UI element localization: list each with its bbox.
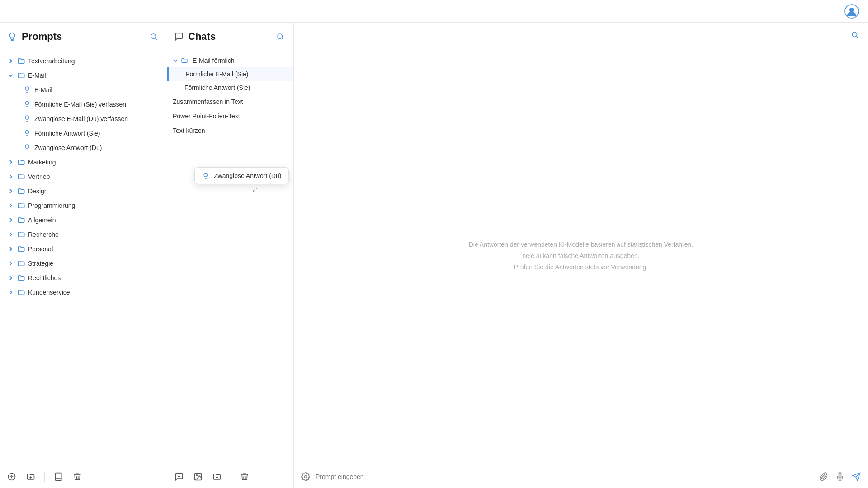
tree-item-label: Allgemein [28,216,56,224]
toolbar-separator [231,472,231,482]
tree-item-recherche[interactable]: Recherche [0,227,167,242]
delete-button-middle[interactable] [238,470,251,483]
middle-panel-title-area: Chats [175,31,216,42]
left-panel-title-area: Prompts [7,31,62,42]
tree-item-textverarbeitung[interactable]: Textverarbeitung [0,54,167,68]
tree-item-rechtliches[interactable]: Rechtliches [0,271,167,285]
main-layout: Prompts Textverarbeitung [0,23,868,488]
chevron-right-icon [7,188,14,195]
tree-item-label: Strategie [28,260,53,267]
tree-item-label: Zwanglose E-Mail (Du) verfassen [34,115,128,122]
svg-point-6 [196,474,198,476]
chevron-right-icon [7,57,14,65]
tree-item-foermliche-email[interactable]: Förmliche E-Mail (Sie) verfassen [0,97,167,112]
folder-icon [17,71,25,80]
image-button[interactable] [192,470,204,483]
chat-item-powerpoint[interactable]: Power Point-Folien-Text [167,109,293,123]
tree-item-email-prompt[interactable]: E-Mail [0,83,167,97]
tree-item-vertrieb[interactable]: Vertrieb [0,169,167,184]
bulb-icon [24,86,32,94]
folder-icon [17,216,25,224]
left-tree: Textverarbeitung E-Mail E-Mail [0,50,167,465]
new-chat-button[interactable] [173,470,185,483]
disclaimer-line3: Prüfen Sie die Antworten stets vor Verwe… [469,262,693,273]
svg-point-7 [852,32,857,37]
middle-panel-title: Chats [188,31,216,42]
chevron-right-icon [7,289,14,296]
folder-icon [17,230,25,239]
middle-panel: Chats E-Mail förmlich Förmli [167,23,294,488]
bulb-icon [24,144,32,152]
tree-item-kundenservice[interactable]: Kundenservice [0,285,167,300]
import-button[interactable] [52,470,65,483]
tree-item-allgemein[interactable]: Allgemein [0,213,167,227]
left-panel: Prompts Textverarbeitung [0,23,167,488]
tree-item-strategie[interactable]: Strategie [0,256,167,271]
attachment-button[interactable] [817,470,830,483]
svg-point-1 [849,8,854,12]
tree-item-foermliche-antwort[interactable]: Förmliche Antwort (Sie) [0,126,167,141]
middle-search-button[interactable] [274,31,286,42]
chat-item-label: Förmliche E-Mail (Sie) [186,70,248,78]
folder-icon [17,288,25,296]
middle-panel-header: Chats [167,23,293,50]
new-prompt-button[interactable] [5,470,18,483]
middle-bottom-toolbar [167,465,293,488]
tree-item-marketing[interactable]: Marketing [0,155,167,169]
prompt-input[interactable] [316,473,814,480]
tree-item-email[interactable]: E-Mail [0,68,167,83]
tree-item-label: Marketing [28,159,56,166]
tree-item-label: Recherche [28,231,59,238]
new-folder-button[interactable] [24,470,37,483]
tooltip-bulb-icon [202,172,209,179]
right-search-button[interactable] [849,29,861,41]
tree-item-design[interactable]: Design [0,184,167,198]
left-search-button[interactable] [148,31,160,42]
chat-item-zusammenfassen[interactable]: Zusammenfassen in Text [167,94,293,109]
chat-item-foermliche-antwort-sie[interactable]: Förmliche Antwort (Sie) [167,81,293,94]
chevron-down-icon [173,58,178,63]
chat-item-text-kurzen[interactable]: Text kürzen [167,123,293,138]
folder-icon [181,57,188,64]
user-avatar[interactable] [844,4,859,19]
chat-item-foermliche-email-sie[interactable]: Förmliche E-Mail (Sie) [167,67,293,81]
tree-item-label: E-Mail [28,72,46,79]
tree-item-programmierung[interactable]: Programmierung [0,198,167,213]
hover-tooltip: Zwanglose Antwort (Du) [194,167,289,184]
folder-button-middle[interactable] [211,470,223,483]
right-bottom-toolbar [294,465,868,488]
chat-item-label: Power Point-Folien-Text [173,113,240,120]
delete-button[interactable] [71,470,84,483]
bulb-icon [24,100,32,108]
tree-item-label: Programmierung [28,202,75,209]
microphone-button[interactable] [834,470,846,483]
chat-item-label: Förmliche Antwort (Sie) [184,84,250,91]
right-content: Die Antworten der verwendeten KI-Modelle… [294,47,868,465]
chat-item-label: Zusammenfassen in Text [173,98,243,105]
bulb-icon [24,115,32,123]
toolbar-separator [44,472,45,482]
chevron-right-icon [7,274,14,282]
tree-item-zwanglose-email[interactable]: Zwanglose E-Mail (Du) verfassen [0,112,167,126]
svg-point-2 [151,34,156,39]
chat-icon [175,32,184,41]
disclaimer-line1: Die Antworten der verwendeten KI-Modelle… [469,239,693,250]
folder-icon [17,158,25,166]
folder-icon [17,202,25,210]
tree-item-label: Vertrieb [28,173,50,180]
chat-folder-email-foermlich[interactable]: E-Mail förmlich [167,54,293,67]
tooltip-label: Zwanglose Antwort (Du) [214,172,281,179]
chevron-right-icon [7,202,14,209]
left-panel-header: Prompts [0,23,167,50]
tree-item-personal[interactable]: Personal [0,242,167,256]
left-bottom-toolbar [0,465,167,488]
folder-icon [17,274,25,282]
settings-button[interactable] [299,470,312,483]
tree-item-label: E-Mail [34,86,52,94]
tree-item-label: Förmliche Antwort (Sie) [34,130,100,137]
chevron-right-icon [7,245,14,253]
bulb-icon [24,129,32,137]
tree-item-zwanglose-antwort[interactable]: Zwanglose Antwort (Du) [0,141,167,155]
send-button[interactable] [850,470,863,483]
tree-item-label: Zwanglose Antwort (Du) [34,144,102,151]
